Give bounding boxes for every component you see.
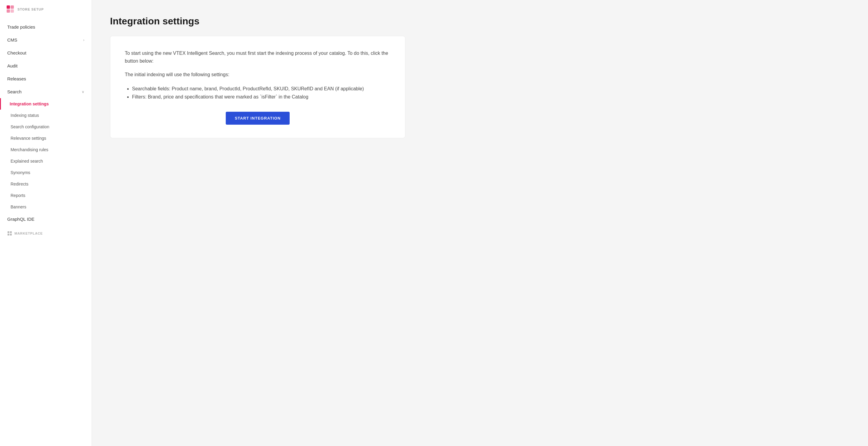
bullet-filters: Filters: Brand, price and specifications… xyxy=(132,93,391,101)
card-bullet-list: Searchable fields: Product name, brand, … xyxy=(125,84,391,101)
subnav-item-relevance-settings[interactable]: Relevance settings xyxy=(0,133,92,144)
search-arrow-icon: ∨ xyxy=(82,90,84,94)
sidebar-item-checkout[interactable]: Checkout xyxy=(0,46,92,59)
search-subnav: Integration settings Indexing status Sea… xyxy=(0,98,92,213)
svg-rect-5 xyxy=(10,231,12,233)
main-content: Integration settings To start using the … xyxy=(92,0,868,446)
sidebar-item-releases[interactable]: Releases xyxy=(0,72,92,85)
store-setup-label: STORE SETUP xyxy=(18,7,44,11)
start-integration-button[interactable]: START INTEGRATION xyxy=(226,112,290,125)
subnav-item-redirects[interactable]: Redirects xyxy=(0,178,92,190)
store-setup-icon xyxy=(7,5,14,13)
sidebar-item-audit[interactable]: Audit xyxy=(0,59,92,72)
cms-arrow-icon: › xyxy=(83,38,84,42)
svg-rect-2 xyxy=(7,9,10,13)
sidebar-item-trade-policies[interactable]: Trade policies xyxy=(0,21,92,33)
sidebar-item-search[interactable]: Search ∨ xyxy=(0,85,92,98)
marketplace-section-label: MARKETPLACE xyxy=(0,226,92,238)
page-title: Integration settings xyxy=(110,16,850,27)
svg-rect-1 xyxy=(10,5,14,9)
svg-rect-0 xyxy=(7,5,10,9)
bullet-searchable-fields: Searchable fields: Product name, brand, … xyxy=(132,84,391,93)
card-paragraph2: The initial indexing will use the follow… xyxy=(125,71,391,79)
svg-rect-6 xyxy=(7,234,9,236)
subnav-item-integration-settings[interactable]: Integration settings xyxy=(0,98,92,110)
svg-rect-3 xyxy=(10,9,14,13)
sidebar: STORE SETUP Trade policies CMS › Checkou… xyxy=(0,0,92,446)
sidebar-item-graphql-ide[interactable]: GraphQL IDE xyxy=(0,213,92,226)
subnav-item-merchandising-rules[interactable]: Merchandising rules xyxy=(0,144,92,156)
card-paragraph1: To start using the new VTEX Intelligent … xyxy=(125,49,391,65)
svg-rect-7 xyxy=(10,234,12,236)
subnav-item-search-configuration[interactable]: Search configuration xyxy=(0,121,92,133)
subnav-item-reports[interactable]: Reports xyxy=(0,190,92,201)
subnav-item-banners[interactable]: Banners xyxy=(0,201,92,213)
sidebar-item-cms[interactable]: CMS › xyxy=(0,33,92,46)
subnav-item-indexing-status[interactable]: Indexing status xyxy=(0,110,92,121)
svg-rect-4 xyxy=(7,231,9,233)
integration-settings-card: To start using the new VTEX Intelligent … xyxy=(110,36,405,138)
subnav-item-synonyms[interactable]: Synonyms xyxy=(0,167,92,178)
subnav-item-explained-search[interactable]: Explained search xyxy=(0,156,92,167)
sidebar-header: STORE SETUP xyxy=(0,0,92,19)
sidebar-navigation: Trade policies CMS › Checkout Audit Rele… xyxy=(0,19,92,239)
